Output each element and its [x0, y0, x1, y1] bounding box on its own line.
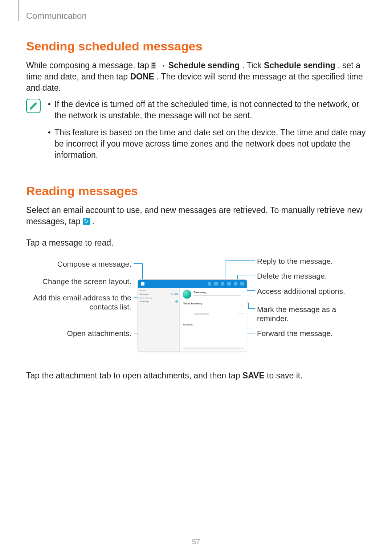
reply-icon — [214, 282, 218, 286]
leader-line — [237, 275, 255, 275]
more-options-icon — [151, 62, 156, 69]
layout-icon — [208, 282, 211, 286]
row-sub: About Samsung — [139, 297, 152, 299]
leader-line — [248, 308, 255, 309]
attachment-label: ——— — [238, 312, 244, 315]
row-name: Samsung — [139, 293, 169, 295]
from-name: Samsung — [193, 291, 207, 294]
text: to save it. — [267, 371, 302, 380]
shot-body: ——— Samsung ↻ About Samsung Samsung — [138, 288, 247, 352]
list-item: About Samsung — [139, 296, 178, 300]
new-badge — [175, 300, 178, 303]
arrow-icon: → — [158, 61, 168, 70]
scheduled-paragraph: While composing a message, tap → Schedul… — [26, 60, 366, 94]
schedule-sending-bold-2: Schedule sending — [264, 61, 335, 70]
row-name: Samsung — [139, 300, 174, 303]
subject-sub: ——— — [183, 306, 188, 308]
done-bold: DONE — [130, 72, 154, 81]
callout-add-contact: Add this email address to the contacts l… — [26, 293, 131, 311]
refresh-icon — [83, 218, 90, 225]
leader-line — [142, 263, 143, 282]
note-item: This feature is based on the time and da… — [46, 127, 366, 161]
content-area: Sending scheduled messages While composi… — [26, 39, 366, 383]
compose-icon — [141, 282, 144, 286]
callout-compose: Compose a message. — [26, 259, 131, 268]
page: Communication Sending scheduled messages… — [0, 0, 392, 554]
note-icon-wrap — [26, 99, 46, 167]
figure-area: Compose a message. Change the screen lay… — [26, 254, 366, 370]
page-number: 57 — [0, 538, 392, 546]
note-icon — [26, 99, 41, 113]
forward-icon — [227, 282, 231, 286]
section-heading-reading: Reading messages — [26, 184, 366, 198]
callout-attachments: Open attachments. — [26, 329, 131, 338]
body-name: Samsung — [183, 323, 193, 326]
callout-delete: Delete the message. — [257, 271, 366, 280]
callout-layout: Change the screen layout. — [26, 277, 131, 286]
star-icon: ☆ — [241, 304, 244, 308]
section-heading-scheduled: Sending scheduled messages — [26, 39, 366, 53]
shot-sidebar: ——— Samsung ↻ About Samsung Samsung — [138, 288, 180, 352]
reading-paragraph-1: Select an email account to use, and new … — [26, 205, 366, 227]
list-item: Samsung ↻ — [139, 292, 178, 296]
chapter-title: Communication — [26, 11, 87, 21]
callout-reply: Reply to the message. — [257, 257, 366, 266]
callout-options: Access additional options. — [257, 287, 366, 296]
leader-line — [134, 263, 142, 264]
reply-all-icon — [221, 282, 224, 286]
text: . Tick — [242, 61, 264, 70]
schedule-sending-bold: Schedule sending — [168, 61, 240, 70]
shot-main: Samsung ⌄ About Samsung ——— ☆ ——— Samsun… — [180, 288, 247, 352]
more-icon — [240, 282, 244, 286]
body-line — [183, 347, 244, 350]
note-list: If the device is turned off at the sched… — [46, 99, 366, 167]
avatar — [183, 290, 191, 299]
leader-line — [248, 303, 249, 308]
from-address-line — [193, 295, 241, 296]
callout-reminder: Mark the message as a reminder. — [257, 305, 366, 323]
section-reading: Reading messages Select an email account… — [26, 184, 366, 381]
reading-paragraph-2: Tap a message to read. — [26, 237, 366, 249]
refresh-badge: ↻ — [174, 293, 178, 295]
email-app-screenshot: ——— Samsung ↻ About Samsung Samsung — [138, 279, 247, 352]
note-block: If the device is turned off at the sched… — [26, 99, 366, 167]
text: Tap the attachment tab to open attachmen… — [26, 371, 242, 380]
text: . — [92, 217, 94, 226]
note-item: If the device is turned off at the sched… — [46, 99, 366, 121]
text: While composing a message, tap — [26, 61, 151, 70]
list-item: Samsung — [139, 300, 178, 303]
shot-topbar — [138, 280, 247, 288]
text: Select an email account to use, and new … — [26, 205, 362, 226]
clip-icon — [171, 293, 173, 295]
after-figure-paragraph: Tap the attachment tab to open attachmen… — [26, 370, 366, 381]
delete-icon — [234, 282, 237, 286]
subject: About Samsung — [183, 302, 202, 305]
callout-forward: Forward the message. — [257, 329, 366, 338]
header-rule — [18, 0, 19, 21]
save-bold: SAVE — [242, 371, 265, 380]
attachment-chip — [194, 313, 209, 315]
leader-line — [225, 260, 255, 261]
sidebar-date: ——— — [139, 289, 178, 291]
leader-line — [225, 260, 225, 282]
expand-icon: ⌄ — [242, 290, 245, 294]
